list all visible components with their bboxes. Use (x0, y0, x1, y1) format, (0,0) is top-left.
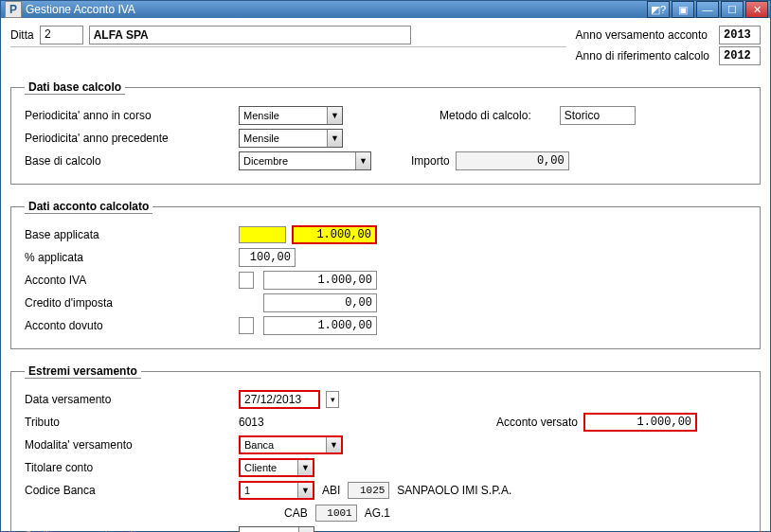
conc-select[interactable]: 0 ▼ (239, 526, 314, 532)
window: P Gestione Acconto IVA ◩? ▣ — ☐ ✕ Ditta … (0, 0, 771, 532)
versato-value[interactable]: 1.000,00 (583, 413, 697, 432)
year-vers-label: Anno versamento acconto (576, 28, 709, 42)
iva-checkbox[interactable] (239, 272, 254, 289)
year-calc-value: 2012 (719, 46, 761, 65)
pct-label: % applicata (25, 251, 233, 264)
pct-value[interactable]: 100,00 (239, 248, 296, 267)
cab-label: CAB (284, 506, 308, 520)
dovuto-checkbox[interactable] (239, 317, 254, 334)
abi-value: 1025 (348, 482, 389, 499)
abi-label: ABI (322, 484, 340, 497)
header-row: Ditta 2 ALFA SPA Anno versamento acconto… (10, 26, 761, 65)
chevron-down-icon: ▼ (355, 152, 370, 169)
period-corso-select[interactable]: Mensile ▼ (239, 106, 343, 125)
titlebar: P Gestione Acconto IVA ◩? ▣ — ☐ ✕ (1, 1, 770, 18)
tributo-value: 6013 (239, 416, 428, 429)
year-vers-value: 2013 (719, 26, 761, 44)
tit-value: Cliente (244, 462, 277, 473)
ditta-number[interactable]: 2 (40, 26, 83, 44)
ditta-label: Ditta (10, 28, 34, 42)
base-calc-value: Dicembre (243, 155, 288, 167)
data-vers-label: Data versamento (25, 393, 233, 406)
chevron-down-icon: ▼ (327, 107, 342, 124)
base-app-label: Base applicata (25, 228, 233, 241)
tit-label: Titolare conto (25, 461, 233, 474)
iva-value: 1.000,00 (263, 271, 377, 290)
period-corso-value: Mensile (243, 110, 279, 121)
tributo-label: Tributo (25, 416, 233, 429)
base-calc-label: Base di calcolo (25, 154, 233, 168)
period-prec-label: Periodicita' anno precedente (25, 132, 233, 145)
legend-calc: Dati acconto calcolato (25, 200, 152, 214)
chevron-down-icon: ▼ (327, 130, 342, 147)
credito-label: Credito d'imposta (25, 296, 233, 310)
cab-value: 1001 (315, 505, 357, 522)
method-value: Storico (560, 106, 636, 125)
iva-label: Acconto IVA (25, 274, 233, 287)
help-button[interactable]: ◩? (647, 1, 670, 18)
versato-label: Acconto versato (496, 416, 578, 429)
app-icon: P (5, 1, 22, 18)
period-prec-value: Mensile (243, 133, 279, 144)
importo-label: Importo (411, 154, 450, 168)
codbanca-select[interactable]: 1 ▼ (239, 481, 314, 500)
date-picker-button[interactable]: ▾ (326, 391, 339, 408)
period-prec-select[interactable]: Mensile ▼ (239, 129, 343, 148)
year-calc-label: Anno di riferimento calcolo (576, 49, 709, 62)
ditta-name: ALFA SPA (89, 26, 411, 44)
chevron-down-icon: ▼ (326, 437, 341, 452)
restore-button[interactable]: ▣ (672, 1, 694, 18)
base-app-value[interactable]: 1.000,00 (292, 225, 377, 244)
chevron-down-icon: ▼ (297, 483, 313, 498)
chevron-down-icon: ▼ (297, 460, 313, 475)
legend-vers: Estremi versamento (25, 364, 141, 379)
client-area: Ditta 2 ALFA SPA Anno versamento acconto… (1, 18, 770, 532)
importo-value: 0,00 (456, 151, 569, 170)
close-button[interactable]: ✕ (745, 1, 768, 18)
method-label: Metodo di calcolo: (439, 109, 531, 122)
fieldset-acconto-calcolato: Dati acconto calcolato Base applicata 1.… (10, 200, 761, 349)
dovuto-label: Acconto dovuto (25, 319, 233, 332)
base-app-prefix (239, 226, 286, 243)
legend-base: Dati base calcolo (25, 80, 125, 95)
codbanca-value: 1 (244, 485, 250, 496)
credito-value: 0,00 (263, 293, 377, 312)
minimize-button[interactable]: — (696, 1, 719, 18)
period-corso-label: Periodicita' anno in corso (25, 109, 233, 122)
window-title: Gestione Acconto IVA (26, 3, 645, 16)
bank-name: SANPAOLO IMI S.P.A. (397, 484, 511, 497)
base-calc-select[interactable]: Dicembre ▼ (239, 151, 371, 170)
data-vers-value[interactable]: 27/12/2013 (239, 390, 320, 409)
mod-select[interactable]: Banca ▼ (239, 435, 343, 454)
tit-select[interactable]: Cliente ▼ (239, 458, 314, 477)
dovuto-value: 1.000,00 (263, 316, 377, 335)
branch-name: AG.1 (365, 506, 390, 520)
fieldset-base-calcolo: Dati base calcolo Periodicita' anno in c… (10, 80, 761, 185)
mod-label: Modalita' versamento (25, 438, 233, 452)
codbanca-label: Codice Banca (25, 484, 233, 497)
maximize-button[interactable]: ☐ (721, 1, 744, 18)
fieldset-estremi-versamento: Estremi versamento Data versamento 27/12… (10, 364, 761, 532)
mod-value: Banca (244, 439, 274, 451)
chevron-down-icon: ▼ (298, 527, 314, 532)
